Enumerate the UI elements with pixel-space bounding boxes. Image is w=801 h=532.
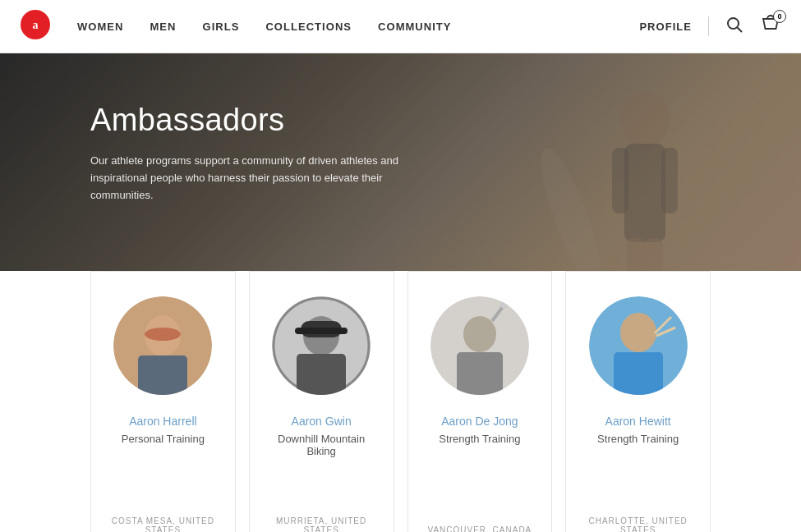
svg-line-3: [738, 28, 743, 33]
ambassador-sport: Personal Training: [122, 433, 205, 445]
hero-description: Our athlete programs support a community…: [90, 153, 419, 204]
nav-link-women[interactable]: WOMEN: [77, 21, 123, 33]
ambassador-card[interactable]: Aaron HewittStrength TrainingCHARLOTTE, …: [565, 271, 711, 532]
ambassador-card[interactable]: Aaron De JongStrength TrainingVANCOUVER,…: [407, 271, 553, 532]
svg-point-22: [463, 316, 496, 352]
svg-point-25: [500, 300, 509, 309]
nav-link-men[interactable]: MEN: [150, 21, 176, 33]
search-icon[interactable]: [725, 16, 743, 37]
svg-point-27: [620, 313, 656, 352]
svg-rect-20: [297, 354, 346, 395]
ambassador-name[interactable]: Aaron Gwin: [292, 415, 352, 428]
ambassador-name[interactable]: Aaron De Jong: [441, 415, 518, 428]
ambassador-location: VANCOUVER, CANADA: [421, 511, 539, 532]
navbar-links: WOMEN MEN GIRLS COLLECTIONS COMMUNITY: [77, 21, 639, 33]
profile-link[interactable]: PROFILE: [639, 21, 692, 33]
ambassador-avatar: [430, 296, 529, 395]
hero-content: Ambassadors Our athlete programs support…: [0, 53, 801, 236]
ambassador-location: CHARLOTTE, UNITED STATES: [579, 502, 697, 532]
svg-rect-13: [138, 355, 187, 395]
svg-rect-23: [457, 352, 503, 395]
nav-divider: [708, 16, 709, 36]
ambassador-avatar: [113, 296, 212, 395]
ambassador-card[interactable]: Aaron GwinDownhill Mountain BikingMURRIE…: [249, 271, 394, 532]
ambassador-avatar: [272, 296, 371, 395]
svg-rect-28: [614, 352, 663, 395]
hero-section: Ambassadors Our athlete programs support…: [0, 53, 801, 296]
logo[interactable]: a: [20, 9, 51, 44]
ambassador-sport: Strength Training: [439, 433, 520, 445]
ambassador-card[interactable]: Aaron HarrellPersonal TrainingCOSTA MESA…: [90, 271, 236, 532]
ambassador-sport: Downhill Mountain Biking: [263, 433, 380, 457]
ambassador-name[interactable]: Aaron Harrell: [129, 415, 196, 428]
svg-text:a: a: [33, 19, 39, 31]
ambassador-avatar: [589, 296, 688, 395]
navbar: a WOMEN MEN GIRLS COLLECTIONS COMMUNITY …: [0, 0, 801, 53]
svg-point-2: [728, 18, 739, 29]
ambassador-cards-section: Aaron HarrellPersonal TrainingCOSTA MESA…: [0, 271, 801, 532]
ambassador-location: COSTA MESA, UNITED STATES: [104, 502, 222, 532]
hero-title: Ambassadors: [90, 103, 768, 138]
nav-link-collections[interactable]: COLLECTIONS: [265, 21, 352, 33]
svg-point-14: [145, 328, 181, 341]
navbar-right: PROFILE 0: [639, 14, 781, 39]
cart-button[interactable]: 0: [760, 14, 781, 39]
ambassador-location: MURRIETA, UNITED STATES: [263, 502, 380, 532]
ambassador-name[interactable]: Aaron Hewitt: [605, 415, 671, 428]
svg-rect-19: [295, 328, 348, 334]
nav-link-girls[interactable]: GIRLS: [203, 21, 240, 33]
nav-link-community[interactable]: COMMUNITY: [378, 21, 452, 33]
ambassador-sport: Strength Training: [597, 433, 679, 445]
cart-count: 0: [773, 10, 786, 23]
